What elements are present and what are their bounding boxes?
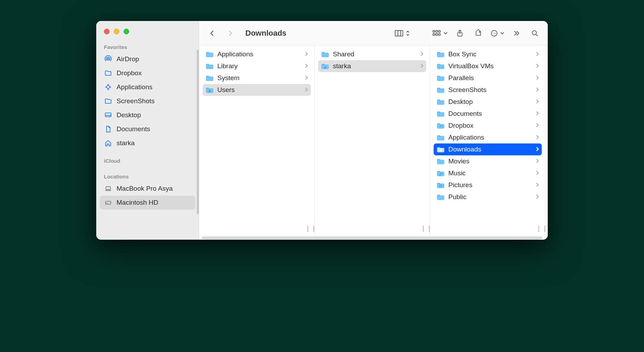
view-mode-button[interactable] xyxy=(394,29,410,37)
file-row[interactable]: System xyxy=(203,72,311,84)
folder-icon xyxy=(436,51,445,58)
chevron-right-icon xyxy=(536,50,539,58)
folder-icon xyxy=(436,182,445,189)
airdrop-icon xyxy=(104,55,112,63)
tags-button[interactable] xyxy=(472,27,484,39)
svg-rect-4 xyxy=(106,201,111,204)
content-area: Downloads xyxy=(199,21,548,240)
browser-column: Applications Library System Users xyxy=(199,45,315,235)
sidebar-item[interactable]: starka xyxy=(100,136,195,150)
svg-point-19 xyxy=(494,33,495,34)
svg-rect-14 xyxy=(439,34,440,35)
sidebar-section-header: Favorites xyxy=(96,38,199,52)
chevron-right-icon xyxy=(536,62,539,70)
file-name: Downloads xyxy=(448,146,532,153)
search-button[interactable] xyxy=(529,27,541,39)
file-name: System xyxy=(217,74,301,82)
back-button[interactable] xyxy=(206,27,218,39)
chevron-right-icon xyxy=(420,50,424,58)
disk-icon xyxy=(104,198,112,207)
folder-icon xyxy=(436,98,445,105)
svg-point-18 xyxy=(492,33,493,34)
folder-icon xyxy=(436,134,445,141)
horizontal-scrollbar-thumb[interactable] xyxy=(202,237,542,239)
chevron-right-icon xyxy=(536,134,539,141)
sidebar-item-label: Documents xyxy=(117,125,150,133)
file-name: Library xyxy=(217,62,301,70)
folder-icon xyxy=(321,51,329,58)
chevron-right-icon xyxy=(420,62,424,70)
sidebar-item[interactable]: Documents xyxy=(100,122,195,136)
zoom-window-button[interactable] xyxy=(124,29,129,34)
svg-rect-3 xyxy=(106,187,111,190)
svg-point-25 xyxy=(440,185,440,186)
file-row[interactable]: Desktop xyxy=(434,96,542,108)
file-row[interactable]: Downloads xyxy=(434,143,542,155)
sidebar-item-label: MacBook Pro Asya xyxy=(117,185,173,192)
file-row[interactable]: Pictures xyxy=(434,179,542,191)
forward-button[interactable] xyxy=(224,27,236,39)
minimize-window-button[interactable] xyxy=(114,29,119,34)
file-name: Movies xyxy=(448,157,532,165)
folder-icon xyxy=(205,63,214,70)
file-name: Shared xyxy=(333,50,416,58)
finder-window: FavoritesAirDropDropboxApplicationsScree… xyxy=(96,21,548,240)
file-row[interactable]: Music xyxy=(434,167,542,179)
folder-icon xyxy=(436,170,445,177)
sidebar-item[interactable]: MacBook Pro Asya xyxy=(100,182,195,196)
file-row[interactable]: Library xyxy=(203,60,311,72)
file-row[interactable]: Box Sync xyxy=(434,48,542,60)
sidebar-item[interactable]: ScreenShots xyxy=(100,94,195,108)
toolbar-overflow-button[interactable] xyxy=(511,27,523,39)
file-row[interactable]: Dropbox xyxy=(434,120,542,132)
close-window-button[interactable] xyxy=(104,29,110,34)
file-name: starka xyxy=(333,62,416,70)
sidebar-item-label: Macintosh HD xyxy=(117,199,158,206)
file-name: Documents xyxy=(448,110,532,118)
chevron-right-icon xyxy=(536,122,539,129)
file-row[interactable]: Public xyxy=(434,191,542,203)
folder-icon xyxy=(321,63,329,70)
folder-icon xyxy=(436,122,445,129)
sidebar-section-list: AirDropDropboxApplicationsScreenShotsDes… xyxy=(96,52,199,150)
folder-icon xyxy=(436,63,445,70)
file-row[interactable]: VirtualBox VMs xyxy=(434,60,542,72)
folder-icon xyxy=(436,158,445,165)
horizontal-scrollbar-track[interactable] xyxy=(199,235,548,240)
file-row[interactable]: starka xyxy=(318,60,426,72)
sidebar-item[interactable]: Dropbox xyxy=(100,66,195,80)
share-button[interactable] xyxy=(454,27,466,39)
file-name: VirtualBox VMs xyxy=(448,62,532,70)
svg-rect-10 xyxy=(436,30,438,32)
sidebar-item-label: Applications xyxy=(117,83,152,91)
chevron-right-icon xyxy=(536,110,539,118)
file-row[interactable]: Movies xyxy=(434,155,542,167)
sidebar-item-label: ScreenShots xyxy=(117,97,155,105)
sidebar-item[interactable]: Applications xyxy=(100,80,195,94)
folder-icon xyxy=(436,193,445,200)
more-actions-button[interactable] xyxy=(490,29,504,37)
sidebar-scrollbar[interactable] xyxy=(197,50,199,214)
file-name: Pictures xyxy=(448,181,532,189)
sidebar: FavoritesAirDropDropboxApplicationsScree… xyxy=(96,21,199,240)
file-name: Desktop xyxy=(448,98,532,106)
sidebar-item[interactable]: AirDrop xyxy=(100,52,195,66)
sidebar-item[interactable]: Macintosh HD xyxy=(100,196,195,210)
file-row[interactable]: Shared xyxy=(318,48,426,60)
file-row[interactable]: Documents xyxy=(434,108,542,120)
sidebar-item[interactable]: Desktop xyxy=(100,108,195,122)
svg-point-16 xyxy=(479,31,480,32)
file-row[interactable]: Users xyxy=(203,84,311,96)
chevron-right-icon xyxy=(536,157,539,165)
file-name: Public xyxy=(448,193,532,201)
group-by-button[interactable] xyxy=(432,30,448,37)
file-row[interactable]: Applications xyxy=(203,48,311,60)
chevron-right-icon xyxy=(536,181,539,189)
file-name: Parallels xyxy=(448,74,532,82)
file-row[interactable]: Applications xyxy=(434,132,542,143)
chevron-right-icon xyxy=(304,86,308,94)
svg-point-20 xyxy=(495,33,496,34)
file-name: Box Sync xyxy=(448,50,532,58)
file-row[interactable]: Parallels xyxy=(434,72,542,84)
file-row[interactable]: ScreenShots xyxy=(434,84,542,96)
